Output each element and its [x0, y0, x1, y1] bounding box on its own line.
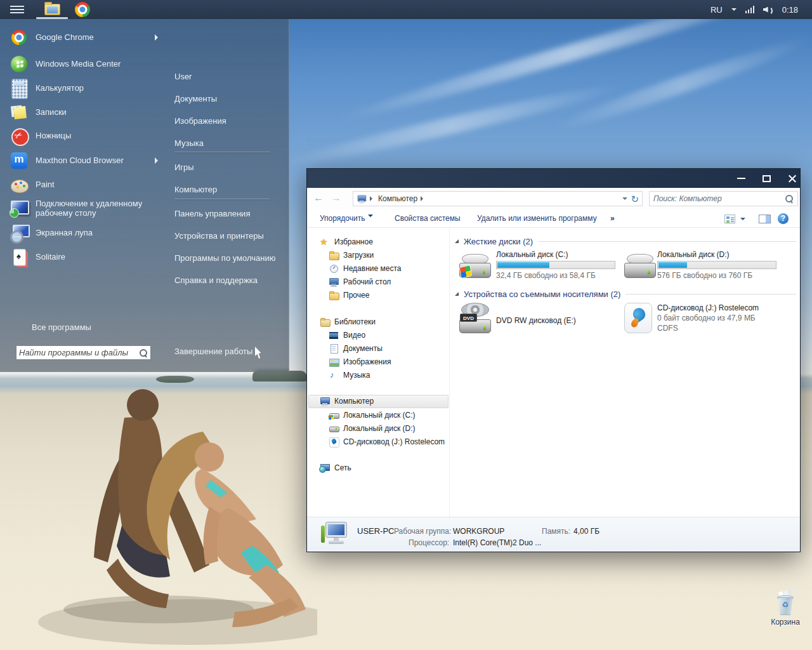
start-item-calculator[interactable]: Калькулятор — [6, 76, 165, 100]
collapse-triangle-icon[interactable] — [455, 292, 459, 296]
scissors-icon — [9, 126, 29, 146]
memory-label: Память: — [542, 527, 570, 536]
filesystem-text: CDFS — [657, 324, 776, 333]
start-right-pictures[interactable]: Изображения — [174, 114, 284, 129]
toolbar-overflow-button[interactable]: » — [610, 214, 615, 223]
memory-value: 4,00 ГБ — [573, 527, 599, 536]
nav-desktop[interactable]: Рабочий стол — [329, 275, 391, 288]
sticky-notes-icon — [9, 102, 29, 123]
window-titlebar[interactable] — [307, 169, 800, 188]
paint-palette-icon — [9, 175, 29, 195]
dvd-label: DVD — [460, 314, 477, 322]
start-right-documents[interactable]: Документы — [174, 91, 284, 107]
system-properties-button[interactable]: Свойства системы — [395, 214, 461, 223]
start-right-music[interactable]: Музыка — [174, 136, 284, 151]
dvd-drive-item[interactable]: DVD RW дисковод (E:) — [496, 316, 615, 325]
start-item-solitaire[interactable]: Solitaire — [6, 245, 165, 269]
start-right-control-panel[interactable]: Панель управления — [174, 206, 284, 222]
navigation-bar: ← → Компьютер ↻ — [307, 188, 800, 209]
breadcrumb[interactable]: Компьютер — [378, 194, 417, 203]
recycle-bin[interactable]: ♻ Корзина — [769, 593, 801, 632]
nav-favorites[interactable]: Избранное — [320, 235, 373, 248]
address-bar[interactable]: Компьютер ↻ — [353, 191, 643, 206]
explorer-search-input[interactable] — [653, 194, 785, 203]
help-icon[interactable] — [778, 213, 789, 224]
start-item-snipping[interactable]: Ножницы — [6, 124, 165, 148]
start-item-magnifier[interactable]: Экранная лупа — [6, 221, 165, 245]
refresh-icon[interactable]: ↻ — [631, 194, 639, 204]
start-right-devices[interactable]: Устройства и принтеры — [174, 229, 284, 244]
close-icon — [787, 174, 797, 183]
nav-documents[interactable]: Документы — [329, 342, 383, 355]
taskbar-explorer-button[interactable] — [41, 1, 63, 18]
rostelecom-disc-icon[interactable] — [624, 303, 652, 333]
start-search-input[interactable] — [19, 348, 139, 357]
dvd-drive-icon[interactable]: DVD — [459, 303, 491, 333]
start-item-maxthon[interactable]: Maxthon Cloud Browser — [6, 149, 165, 173]
address-dropdown-icon[interactable] — [622, 197, 627, 202]
start-item-chrome[interactable]: Google Chrome — [6, 25, 165, 50]
breadcrumb-arrow-icon — [370, 196, 375, 201]
preview-pane-icon[interactable] — [759, 215, 771, 223]
rostelecom-disc-icon — [329, 437, 339, 447]
taskbar-chrome-button[interactable] — [71, 1, 94, 18]
close-button[interactable] — [780, 169, 804, 188]
nav-downloads[interactable]: ↓Загрузки — [329, 249, 374, 262]
drive-d-item[interactable]: Локальный диск (D:) 576 ГБ свободно из 7… — [657, 250, 776, 280]
nav-network[interactable]: Сеть — [320, 461, 351, 474]
nav-recent-places[interactable]: Недавние места — [329, 262, 401, 275]
start-item-paint[interactable]: Paint — [6, 173, 165, 197]
nav-music[interactable]: Музыка — [329, 369, 370, 381]
drive-c-item[interactable]: Локальный диск (C:) 32,4 ГБ свободно из … — [496, 250, 615, 280]
minimize-button[interactable] — [729, 169, 753, 188]
start-right-computer[interactable]: Компьютер — [174, 182, 284, 197]
organize-button[interactable]: Упорядочить — [320, 214, 373, 223]
collapse-triangle-icon[interactable] — [455, 239, 459, 243]
taskbar-tray: RU 0:18 — [710, 0, 812, 19]
clock[interactable]: 0:18 — [782, 5, 798, 15]
network-signal-icon[interactable] — [745, 6, 754, 13]
command-toolbar: Упорядочить Свойства системы Удалить или… — [307, 209, 800, 228]
views-dropdown-icon[interactable] — [740, 218, 745, 223]
start-search-box — [16, 345, 151, 360]
hard-drive-icon[interactable] — [624, 254, 656, 278]
maximize-button[interactable] — [754, 169, 778, 188]
volume-icon[interactable] — [763, 6, 773, 14]
capacity-bar — [657, 261, 776, 269]
start-right-user[interactable]: User — [174, 69, 284, 84]
free-space-text: 0 байт свободно из 47,9 МБ — [657, 314, 776, 322]
start-right-help[interactable]: Справка и поддержка — [174, 273, 284, 288]
nav-computer[interactable]: Компьютер — [320, 395, 374, 408]
nav-libraries[interactable]: Библиотеки — [320, 315, 376, 328]
all-programs-link[interactable]: Все программы — [32, 322, 91, 332]
free-space-text: 32,4 ГБ свободно из 58,4 ГБ — [496, 271, 615, 280]
nav-other-folder[interactable]: Прочее — [329, 289, 369, 302]
search-icon — [139, 348, 148, 357]
cd-j-item[interactable]: CD-дисковод (J:) Rostelecom 0 байт свобо… — [657, 303, 776, 333]
back-button[interactable]: ← — [313, 192, 324, 204]
nav-disk-d[interactable]: Локальный диск (D:) — [329, 422, 416, 435]
uninstall-program-button[interactable]: Удалить или изменить программу — [477, 214, 597, 223]
chevron-down-icon[interactable] — [731, 8, 737, 13]
start-right-games[interactable]: Игры — [174, 160, 284, 175]
shutdown-button[interactable]: Завершение работы — [174, 344, 284, 359]
nav-cd-j[interactable]: CD-дисковод (J:) Rostelecom — [329, 435, 445, 448]
maximize-icon — [763, 175, 771, 182]
nav-disk-c[interactable]: Локальный диск (C:) — [329, 409, 416, 421]
forward-button[interactable]: → — [331, 192, 341, 204]
nav-pictures[interactable]: Изображения — [329, 355, 391, 368]
start-menu-icon[interactable] — [10, 6, 24, 7]
submenu-arrow-icon — [155, 157, 161, 164]
hard-drive-icon[interactable] — [459, 254, 491, 278]
capacity-bar-fill — [497, 262, 549, 268]
start-right-default-programs[interactable]: Программы по умолчанию — [174, 251, 284, 266]
nav-videos[interactable]: Видео — [329, 329, 365, 342]
document-icon — [329, 343, 339, 354]
views-icon[interactable] — [724, 215, 735, 223]
network-icon — [320, 463, 330, 473]
folder-icon — [329, 290, 339, 300]
start-item-wmc[interactable]: Windows Media Center — [6, 52, 165, 76]
language-indicator[interactable]: RU — [710, 5, 723, 15]
start-item-rdp[interactable]: Подключение к удаленному рабочему столу — [6, 195, 165, 223]
start-item-notes[interactable]: Записки — [6, 100, 165, 124]
